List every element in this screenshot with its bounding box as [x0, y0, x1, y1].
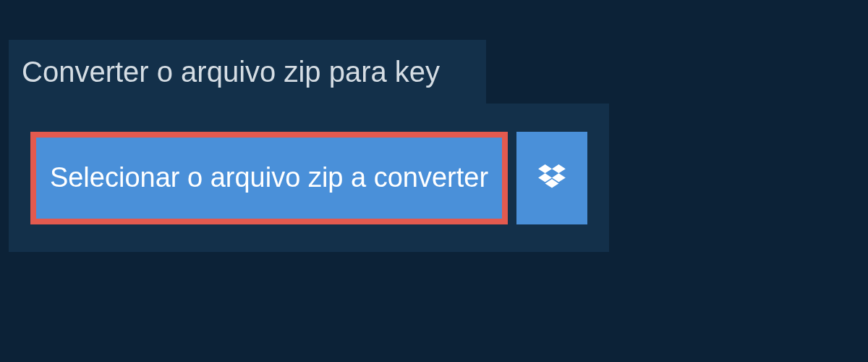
title-bar: Converter o arquivo zip para key [9, 40, 486, 104]
dropbox-icon [538, 164, 566, 192]
dropbox-button[interactable] [516, 132, 587, 224]
page-title: Converter o arquivo zip para key [22, 56, 440, 88]
select-file-button[interactable]: Selecionar o arquivo zip a converter [30, 132, 508, 224]
select-file-button-label: Selecionar o arquivo zip a converter [50, 162, 488, 193]
button-row: Selecionar o arquivo zip a converter [9, 104, 609, 252]
